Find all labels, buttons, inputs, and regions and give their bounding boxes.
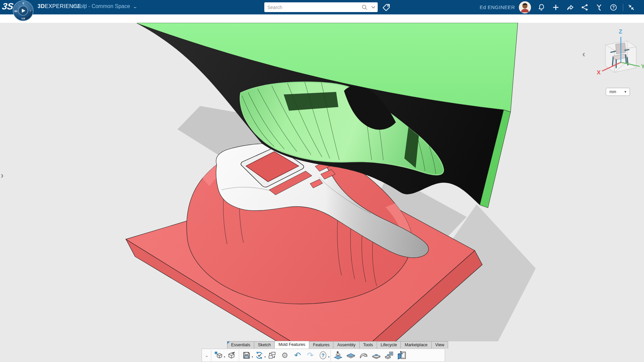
cavity-plate-button[interactable] <box>344 349 357 361</box>
ribbon-tab-bar: Essentials Sketch Mold Features Features… <box>227 341 448 349</box>
exchange-button[interactable] <box>266 349 278 361</box>
redo-icon: ↷ <box>307 351 314 359</box>
help-button[interactable]: ? <box>609 3 618 11</box>
action-bar: ⌄ ✱ ▴ ▴ ▴ ⚙ ↶ ↷ ? ▴ <box>202 349 445 362</box>
3d-viewport[interactable]: › ‹ Z X Y <box>0 23 644 362</box>
workspace-title[interactable]: xMold - Common Space⌄ <box>72 3 137 9</box>
tab-lifecycle[interactable]: Lifecycle <box>377 341 401 349</box>
share-button[interactable] <box>566 3 574 11</box>
toolbar-separator <box>330 350 331 361</box>
search-input[interactable] <box>264 5 360 10</box>
redo-button[interactable]: ↷ <box>304 349 317 361</box>
mold-base-button[interactable] <box>395 349 408 361</box>
navigation-cube-icon: Z X Y <box>595 27 644 80</box>
bell-icon <box>537 3 545 11</box>
help-tool-button[interactable]: ? ▴ <box>317 349 329 361</box>
update-sync-icon <box>255 351 264 360</box>
update-button[interactable]: ▴ <box>253 349 266 361</box>
compass-icon: Y 3D i' V.R <box>13 0 34 21</box>
toolbar-separator <box>239 350 239 361</box>
add-content-button[interactable] <box>552 3 560 11</box>
compass-west-label: 3D <box>14 10 17 13</box>
tab-essentials[interactable]: Essentials <box>227 341 254 349</box>
svg-text:✱: ✱ <box>214 351 218 355</box>
preferences-button[interactable]: ⚙ <box>278 349 291 361</box>
mold-assembly-scene[interactable] <box>0 23 644 362</box>
tab-sketch[interactable]: Sketch <box>254 341 274 349</box>
help-oval-icon: ? <box>318 351 328 360</box>
dassault-3ds-logo[interactable]: 3S <box>1 1 14 13</box>
collapse-arrows-icon <box>627 3 635 11</box>
tab-marketplace[interactable]: Marketplace <box>400 341 431 349</box>
user-avatar[interactable] <box>519 1 531 13</box>
tab-view[interactable]: View <box>431 341 448 349</box>
tag-button[interactable] <box>382 3 391 12</box>
compass-people-button[interactable] <box>595 3 603 11</box>
share-network-icon <box>581 3 589 11</box>
exchange-windows-icon <box>267 351 277 360</box>
mold-base-icon <box>397 350 407 360</box>
left-panel-toggle[interactable]: › <box>1 170 4 181</box>
units-value: mm <box>606 89 624 94</box>
compass-person-icon <box>595 3 603 11</box>
right-panel-toggle[interactable]: ‹ <box>582 49 585 59</box>
core-plate-icon <box>371 350 381 360</box>
axis-x-label: X <box>597 69 601 76</box>
tab-mold-features[interactable]: Mold Features <box>274 341 309 349</box>
new-content-button[interactable]: ✱ ▴ <box>212 349 225 361</box>
compass-north-label: Y <box>22 2 24 5</box>
plus-icon <box>552 3 560 11</box>
units-chevron-icon: ▼ <box>624 90 630 94</box>
workspace-chevron-down-icon: ⌄ <box>132 5 138 9</box>
navigation-cube[interactable]: Z X Y <box>595 27 644 80</box>
mold-plates-button[interactable] <box>383 349 395 361</box>
user-area: Ed ENGINEER ? <box>480 0 644 14</box>
collapse-window-button[interactable] <box>627 3 635 11</box>
axis-z-label: Z <box>619 28 622 35</box>
social-share-button[interactable] <box>581 3 589 11</box>
brand-3d: 3D <box>38 3 45 9</box>
svg-text:?: ? <box>321 352 324 358</box>
compass-south-label: V.R <box>21 17 25 20</box>
save-button[interactable]: ▴ <box>240 349 253 361</box>
topbar-divider <box>623 4 623 11</box>
parting-surface-icon <box>359 350 369 360</box>
mold-plates-icon <box>384 350 394 360</box>
toolbar-collapse-chevron[interactable]: ⌄ <box>203 349 210 361</box>
tab-tools[interactable]: Tools <box>359 341 377 349</box>
user-name[interactable]: Ed ENGINEER <box>480 4 515 10</box>
core-cavity-extraction-button[interactable] <box>332 349 344 361</box>
core-cavity-extraction-icon <box>333 350 343 360</box>
search-icon[interactable] <box>360 4 369 11</box>
share-arrow-icon <box>566 3 574 11</box>
3dexperience-compass[interactable]: Y 3D i' V.R <box>13 0 34 21</box>
undo-icon: ↶ <box>294 351 301 359</box>
undo-button[interactable]: ↶ <box>291 349 304 361</box>
search-bar[interactable] <box>264 2 378 12</box>
search-options-chevron-icon[interactable] <box>369 4 378 11</box>
save-icon <box>242 351 251 360</box>
action-bar-spacer <box>0 14 644 23</box>
gear-icon: ⚙ <box>281 352 288 359</box>
units-dropdown[interactable]: mm ▼ <box>606 88 630 96</box>
dropdown-arrow-icon: ▴ <box>328 355 329 358</box>
tag-icon <box>382 3 391 12</box>
svg-text:?: ? <box>612 5 615 10</box>
new-content-icon: ✱ <box>214 351 223 360</box>
toolbar-separator <box>211 350 211 361</box>
tab-features[interactable]: Features <box>309 341 333 349</box>
cavity-plate-icon <box>346 350 356 360</box>
axis-y-label: Y <box>641 63 644 70</box>
open-button[interactable] <box>225 349 238 361</box>
core-plate-button[interactable] <box>370 349 383 361</box>
parting-surface-button[interactable] <box>357 349 370 361</box>
tab-assembly[interactable]: Assembly <box>333 341 359 349</box>
help-icon: ? <box>609 3 618 11</box>
notifications-button[interactable] <box>537 3 545 11</box>
open-icon <box>227 351 236 360</box>
compass-east-label: i' <box>30 10 31 13</box>
